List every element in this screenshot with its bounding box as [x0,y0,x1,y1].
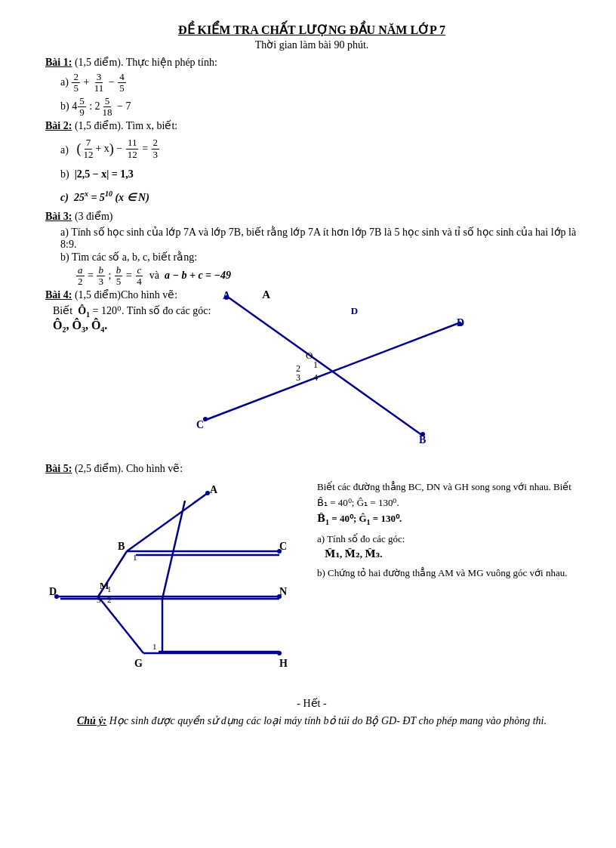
bai5-right-text3: B̂1 = 40⁰; Ĝ1 = 130⁰. [317,511,578,529]
bai3-section: Bài 3: (3 điểm) [45,210,578,223]
bai3-desc: (3 điểm) [72,211,112,222]
svg-line-18 [162,501,185,599]
bai5-section: Bài 5: (2,5 điểm). Cho hình vẽ: [45,462,578,475]
bai3-label: Bài 3: [45,211,72,222]
bai5-right-text2: B̂₁ = 40⁰; Ĝ₁ = 130⁰. [317,495,578,511]
svg-point-41 [277,549,282,554]
bai1-b: b) 459 : 2518 − 7 [60,96,578,119]
bai3-b: b) Tìm các số a, b, c, biết rằng: [60,251,578,264]
bai1-section: Bài 1: (1,5 điểm). Thực hiện phép tính: [45,56,578,69]
figure1-container: A D C B O 2 1 4 3 [45,288,578,455]
svg-text:H: H [279,658,288,669]
svg-text:2: 2 [107,595,112,604]
bai5-a-angles: M̂₁, M̂₂, M̂₃. [325,547,578,563]
svg-point-43 [277,594,282,599]
svg-text:A: A [210,484,218,495]
svg-text:3: 3 [97,595,101,604]
svg-line-0 [226,296,423,436]
bai2-desc: (1,5 điểm). Tìm x, biết: [72,120,177,131]
svg-text:3: 3 [296,372,300,383]
bai5-text: Biết các đường thẳng BC, DN và GH song s… [302,480,578,694]
svg-text:1: 1 [133,553,137,562]
svg-text:O: O [306,350,313,361]
svg-text:G: G [134,658,143,669]
bai3-b-formula: a2 = b3 ; b5 = c4 và a − b + c = −49 [75,265,578,288]
svg-text:1: 1 [152,642,157,651]
svg-line-24 [127,493,208,551]
bai2-section: Bài 2: (1,5 điểm). Tìm x, biết: [45,119,578,132]
svg-point-44 [277,651,282,655]
figure1-svg: A D C B O 2 1 4 3 [159,288,498,455]
bai5-content: A B C D N G H M 1 1 2 3 1 Biết các đườ [45,480,578,694]
bai5-figure: A B C D N G H M 1 1 2 3 1 [45,480,302,694]
bai3-a: a) Tính số học sinh của lớp 7A và lớp 7B… [60,226,578,251]
bai2-c: c) 25x = 510 (x ∈ N) [60,187,578,208]
bai1-a: a) 25 + 311 − 45 [60,72,578,94]
bai5-right-text1: Biết các đường thẳng BC, DN và GH song s… [317,480,578,495]
page-title: ĐỀ KIỂM TRA CHẤT LƯỢNG ĐẦU NĂM LỚP 7 [45,23,578,37]
svg-point-40 [205,491,210,495]
svg-text:4: 4 [313,372,318,383]
figure2-svg: A B C D N G H M 1 1 2 3 1 [45,480,302,691]
chuy-text: Chú ý: Học sinh được quyền sử dụng các l… [45,714,578,727]
svg-point-12 [420,432,425,436]
svg-point-11 [224,295,229,300]
svg-text:1: 1 [313,359,318,370]
bai2-b: b) |2,5 − x| = 1,3 [60,164,578,185]
bai2-label: Bài 2: [45,120,72,131]
svg-text:B: B [118,541,125,552]
bai5-b-label: b) Chứng tỏ hai đường thẳng AM và MG vuô… [317,566,578,581]
svg-text:1: 1 [107,584,112,594]
bai5-desc: (2,5 điểm). Cho hình vẽ: [72,463,183,474]
svg-line-26 [98,597,143,653]
subtitle: Thời gian làm bài 90 phút. [45,39,578,51]
svg-point-14 [457,322,462,326]
bai1-desc: (1,5 điểm). Thực hiện phép tính: [72,57,217,68]
bai5-label: Bài 5: [45,463,72,474]
bai2-a: a) ( 712 + x ) − 1112 = 23 [60,135,578,162]
svg-point-42 [54,594,59,599]
svg-line-1 [204,322,460,421]
svg-text:C: C [196,419,204,430]
het-text: - Hết - [45,697,578,710]
svg-point-13 [203,417,208,421]
bai5-a-label: a) Tính số đo các góc: [317,532,578,547]
bai1-label: Bài 1: [45,57,72,68]
